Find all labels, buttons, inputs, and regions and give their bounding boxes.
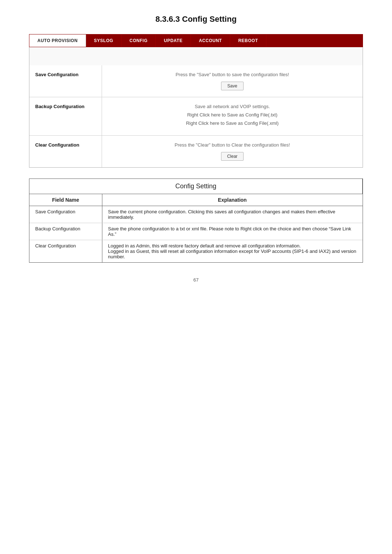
table-row: Clear ConfigurationLogged in as Admin, t… <box>29 240 363 263</box>
backup-txt-link[interactable]: Right Click here to Save as Config File(… <box>187 112 278 118</box>
table-row: Backup ConfigurationSave the phone confi… <box>29 223 363 240</box>
config-panel: Save Configuration Press the "Save" butt… <box>29 47 363 168</box>
page-number: 67 <box>29 277 363 283</box>
col-header-field: Field Name <box>29 194 102 206</box>
explanation-cell: Save the phone configuration to a txt or… <box>102 223 363 240</box>
reference-table-wrapper: Config Setting Field Name Explanation Sa… <box>29 178 363 263</box>
nav-item-config[interactable]: CONFIG <box>122 34 156 47</box>
nav-item-account[interactable]: ACCOUNT <box>191 34 230 47</box>
col-header-explanation: Explanation <box>102 194 363 206</box>
save-configuration-section: Save Configuration Press the "Save" butt… <box>29 65 363 97</box>
backup-description: Save all network and VOIP settings. <box>109 104 355 109</box>
clear-button[interactable]: Clear <box>221 152 244 161</box>
field-name-cell: Save Configuration <box>29 206 102 223</box>
clear-configuration-content: Press the "Clear" button to Clear the co… <box>102 136 363 167</box>
backup-configuration-content: Save all network and VOIP settings. Righ… <box>102 97 363 135</box>
nav-item-syslog[interactable]: SYSLOG <box>86 34 122 47</box>
save-configuration-label: Save Configuration <box>29 65 102 97</box>
panel-top-empty <box>29 47 363 65</box>
nav-bar: AUTO PROVISION SYSLOG CONFIG UPDATE ACCO… <box>29 34 363 47</box>
save-configuration-content: Press the "Save" button to save the conf… <box>102 65 363 97</box>
clear-configuration-section: Clear Configuration Press the "Clear" bu… <box>29 136 363 167</box>
explanation-cell: Save the current phone configuration. Cl… <box>102 206 363 223</box>
nav-item-auto-provision[interactable]: AUTO PROVISION <box>29 34 86 47</box>
explanation-cell: Logged in as Admin, this will restore fa… <box>102 240 363 263</box>
nav-item-update[interactable]: UPDATE <box>156 34 191 47</box>
backup-configuration-label: Backup Configuration <box>29 97 102 135</box>
field-name-cell: Clear Configuration <box>29 240 102 263</box>
page-title: 8.3.6.3 Config Setting <box>29 15 363 24</box>
clear-description: Press the "Clear" button to Clear the co… <box>109 142 355 148</box>
reference-table: Config Setting Field Name Explanation Sa… <box>29 179 363 262</box>
table-row: Save ConfigurationSave the current phone… <box>29 206 363 223</box>
backup-configuration-section: Backup Configuration Save all network an… <box>29 97 363 136</box>
save-button[interactable]: Save <box>221 82 243 90</box>
backup-xml-link[interactable]: Right Click here to Save as Config File(… <box>186 120 278 126</box>
nav-item-reboot[interactable]: REBOOT <box>230 34 266 47</box>
table-title: Config Setting <box>29 179 363 194</box>
field-name-cell: Backup Configuration <box>29 223 102 240</box>
clear-configuration-label: Clear Configuration <box>29 136 102 167</box>
save-description: Press the "Save" button to save the conf… <box>109 72 355 77</box>
